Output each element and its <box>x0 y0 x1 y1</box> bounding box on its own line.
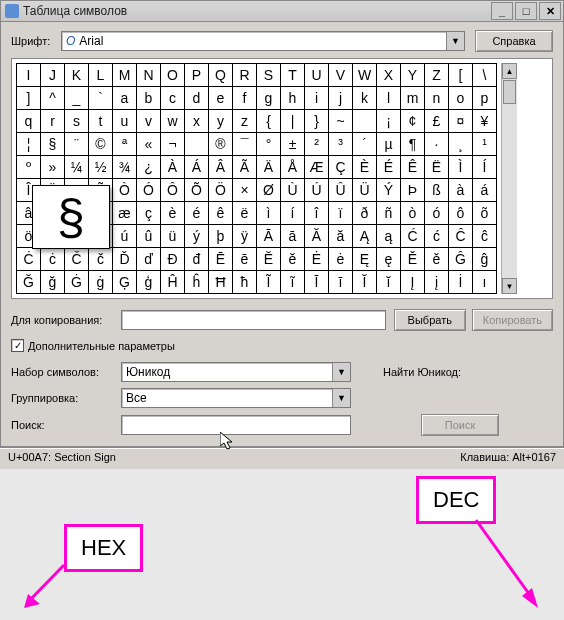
char-cell[interactable]: Ĩ <box>257 271 281 294</box>
char-cell[interactable]: ð <box>353 202 377 225</box>
char-cell[interactable]: ç <box>137 202 161 225</box>
char-cell[interactable]: ¶ <box>401 133 425 156</box>
char-cell[interactable]: ¼ <box>65 156 89 179</box>
char-cell[interactable]: ^ <box>41 87 65 110</box>
char-cell[interactable]: U <box>305 64 329 87</box>
char-cell[interactable]: ė <box>329 248 353 271</box>
char-cell[interactable]: ó <box>425 202 449 225</box>
char-cell[interactable]: ¬ <box>161 133 185 156</box>
char-cell[interactable]: × <box>233 179 257 202</box>
char-cell[interactable]: Ý <box>377 179 401 202</box>
char-cell[interactable]: Ã <box>233 156 257 179</box>
char-cell[interactable]: í <box>281 202 305 225</box>
char-cell[interactable]: ¡ <box>377 110 401 133</box>
char-cell[interactable]: Í <box>473 156 497 179</box>
char-cell[interactable]: Į <box>401 271 425 294</box>
scroll-thumb[interactable] <box>503 80 516 104</box>
char-cell[interactable]: Ó <box>137 179 161 202</box>
char-cell[interactable]: Ĕ <box>257 248 281 271</box>
char-cell[interactable]: Ö <box>209 179 233 202</box>
char-cell[interactable]: ò <box>401 202 425 225</box>
char-cell[interactable]: [ <box>449 64 473 87</box>
grid-scrollbar[interactable]: ▲ ▼ <box>501 63 517 294</box>
char-cell[interactable]: ă <box>329 225 353 248</box>
char-cell[interactable]: Ā <box>257 225 281 248</box>
char-cell[interactable]: ê <box>209 202 233 225</box>
char-cell[interactable]: Á <box>185 156 209 179</box>
char-cell[interactable]: I <box>17 64 41 87</box>
char-cell[interactable]: k <box>353 87 377 110</box>
char-cell[interactable]: K <box>65 64 89 87</box>
char-cell[interactable]: ú <box>113 225 137 248</box>
char-cell[interactable]: ü <box>161 225 185 248</box>
char-cell[interactable]: r <box>41 110 65 133</box>
chevron-down-icon[interactable]: ▼ <box>332 363 350 381</box>
scroll-up-button[interactable]: ▲ <box>502 63 517 79</box>
char-cell[interactable]: S <box>257 64 281 87</box>
char-cell[interactable]: · <box>425 133 449 156</box>
char-cell[interactable]: Ê <box>401 156 425 179</box>
char-cell[interactable]: À <box>161 156 185 179</box>
charset-combo[interactable]: Юникод ▼ <box>121 362 351 382</box>
char-cell[interactable]: Ė <box>305 248 329 271</box>
char-cell[interactable]: Ù <box>281 179 305 202</box>
char-cell[interactable]: õ <box>473 202 497 225</box>
char-cell[interactable]: Ë <box>425 156 449 179</box>
char-cell[interactable]: | <box>281 110 305 133</box>
advanced-checkbox[interactable]: ✓ Дополнительные параметры <box>11 339 175 352</box>
char-cell[interactable]: Ì <box>449 156 473 179</box>
char-cell[interactable]: Ú <box>305 179 329 202</box>
char-cell[interactable]: Ī <box>305 271 329 294</box>
char-cell[interactable]: { <box>257 110 281 133</box>
close-button[interactable]: ✕ <box>539 2 561 20</box>
char-cell[interactable]: £ <box>425 110 449 133</box>
char-cell[interactable]: ¦ <box>17 133 41 156</box>
char-cell[interactable]: b <box>137 87 161 110</box>
char-cell[interactable]: l <box>377 87 401 110</box>
char-cell[interactable]: ¸ <box>449 133 473 156</box>
search-button[interactable]: Поиск <box>421 414 499 436</box>
char-cell[interactable]: h <box>281 87 305 110</box>
char-cell[interactable]: M <box>113 64 137 87</box>
help-button[interactable]: Справка <box>475 30 553 52</box>
char-cell[interactable]: ¯ <box>233 133 257 156</box>
char-cell[interactable]: z <box>233 110 257 133</box>
char-cell[interactable]: þ <box>209 225 233 248</box>
char-cell[interactable]: Ħ <box>209 271 233 294</box>
char-cell[interactable]: ´ <box>353 133 377 156</box>
char-cell[interactable]: Q <box>209 64 233 87</box>
char-cell[interactable]: c <box>161 87 185 110</box>
minimize-button[interactable]: _ <box>491 2 513 20</box>
char-cell[interactable]: O <box>161 64 185 87</box>
char-cell[interactable]: } <box>305 110 329 133</box>
char-cell[interactable]: ¥ <box>473 110 497 133</box>
char-cell[interactable]: ĉ <box>473 225 497 248</box>
char-cell[interactable]: ÿ <box>233 225 257 248</box>
char-cell[interactable]: s <box>65 110 89 133</box>
char-cell[interactable]: X <box>377 64 401 87</box>
char-cell[interactable]: è <box>161 202 185 225</box>
char-cell[interactable]: Ģ <box>113 271 137 294</box>
char-cell[interactable]: ģ <box>137 271 161 294</box>
char-cell[interactable]: µ <box>377 133 401 156</box>
char-cell[interactable]: İ <box>449 271 473 294</box>
char-cell[interactable]: Ç <box>329 156 353 179</box>
char-cell[interactable]: ¾ <box>113 156 137 179</box>
char-cell[interactable]: ¤ <box>449 110 473 133</box>
char-cell[interactable]: ³ <box>329 133 353 156</box>
char-cell[interactable]: m <box>401 87 425 110</box>
char-cell[interactable]: Ċ <box>17 248 41 271</box>
char-cell[interactable]: Ć <box>401 225 425 248</box>
maximize-button[interactable]: □ <box>515 2 537 20</box>
chevron-down-icon[interactable]: ▼ <box>332 389 350 407</box>
char-cell[interactable]: d <box>185 87 209 110</box>
char-cell[interactable]: o <box>449 87 473 110</box>
char-cell[interactable]: ġ <box>89 271 113 294</box>
char-cell[interactable]: ħ <box>233 271 257 294</box>
char-cell[interactable]: Ä <box>257 156 281 179</box>
char-cell[interactable]: » <box>41 156 65 179</box>
char-cell[interactable]: Ě <box>401 248 425 271</box>
char-cell[interactable]: č <box>89 248 113 271</box>
char-cell[interactable] <box>353 110 377 133</box>
char-cell[interactable]: ­ <box>185 133 209 156</box>
